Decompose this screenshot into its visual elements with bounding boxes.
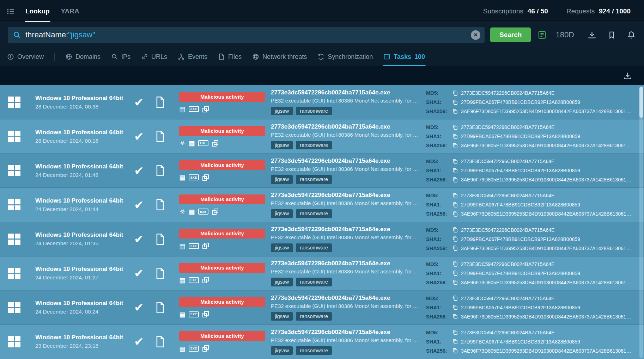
tab-urls[interactable]: URLs — [141, 47, 167, 66]
tab-tasks[interactable]: Tasks 100 — [383, 47, 425, 66]
copy-icon — [212, 140, 218, 147]
copy-icon[interactable] — [452, 270, 458, 276]
task-row[interactable]: Windows 10 Professional 64bit 24 Decembe… — [0, 291, 644, 325]
task-row[interactable]: Windows 10 Professional 64bit 24 Decembe… — [0, 256, 644, 291]
copy-icon[interactable] — [452, 134, 458, 140]
tag[interactable]: ransomware — [296, 175, 332, 184]
tab-files[interactable]: Files — [218, 47, 242, 66]
tab-yara[interactable]: YARA — [60, 0, 80, 22]
tag[interactable]: ransomware — [296, 107, 332, 116]
task-row[interactable]: Windows 10 Professional 64bit 23 Decembe… — [0, 325, 644, 359]
scrollbar-thumb[interactable] — [639, 87, 643, 118]
file-name[interactable]: 2773e3dc59472296cb0024ba7715a64e.exe — [271, 123, 419, 130]
tag[interactable]: jigsaw — [271, 141, 293, 150]
tag[interactable]: jigsaw — [271, 209, 293, 218]
copy-icon[interactable] — [452, 314, 458, 320]
tag[interactable]: jigsaw — [271, 312, 293, 321]
report-document-icon[interactable] — [155, 130, 179, 142]
copy-icon[interactable] — [452, 168, 458, 174]
report-document-icon[interactable] — [155, 336, 179, 348]
verdict-badge: Malicious activity — [179, 297, 265, 307]
file-name[interactable]: 2773e3dc59472296cb0024ba7715a64e.exe — [271, 157, 419, 165]
task-row[interactable]: Windows 10 Professional 64bit 24 Decembe… — [0, 154, 644, 188]
tag[interactable]: ransomware — [296, 243, 332, 252]
tag[interactable]: ransomware — [296, 209, 332, 218]
tab-domains[interactable]: Domains — [65, 47, 101, 66]
tab-synchronization[interactable]: Synchronization — [317, 47, 373, 66]
md5-value: 2773E3DC59472296CB0024BA7715A64E — [461, 296, 554, 301]
copy-icon[interactable] — [452, 261, 458, 267]
file-name[interactable]: 2773e3dc59472296cb0024ba7715a64e.exe — [271, 89, 419, 96]
report-document-icon[interactable] — [155, 267, 179, 279]
report-document-icon[interactable] — [155, 233, 179, 245]
task-date: 24 December 2024, 00:24 — [35, 309, 134, 315]
copy-icon[interactable] — [452, 236, 458, 242]
tab-lookup[interactable]: Lookup — [25, 0, 50, 22]
copy-icon[interactable] — [452, 202, 458, 208]
search-button[interactable]: Search — [490, 27, 531, 42]
file-name[interactable]: 2773e3dc59472296cb0024ba7715a64e.exe — [271, 329, 419, 336]
file-name[interactable]: 2773e3dc59472296cb0024ba7715a64e.exe — [271, 226, 419, 233]
report-document-icon[interactable] — [155, 302, 179, 314]
report-document-icon[interactable] — [155, 199, 179, 211]
bell-icon[interactable] — [626, 30, 636, 40]
search-input[interactable]: threatName:"jigsaw" × — [8, 27, 485, 43]
sha1-line: SHA1: 27D99FBCA067F478BB91CDBCB92F13A828… — [426, 99, 633, 105]
file-name[interactable]: 2773e3dc59472296cb0024ba7715a64e.exe — [271, 295, 419, 302]
tag[interactable]: ransomware — [296, 346, 332, 355]
sha256-value: 3AE96F73D805E1D3995253DB4D910300D8442EA6… — [461, 246, 631, 251]
file-name[interactable]: 2773e3dc59472296cb0024ba7715a64e.exe — [271, 192, 419, 199]
sha1-line: SHA1: 27D99FBCA067F478BB91CDBCB92F13A828… — [426, 270, 633, 276]
file-name[interactable]: 2773e3dc59472296cb0024ba7715a64e.exe — [271, 260, 419, 267]
download-icon[interactable] — [587, 30, 597, 40]
bookmark-icon[interactable] — [607, 30, 616, 40]
os-name: Windows 10 Professional 64bit — [35, 163, 134, 170]
query-list-icon[interactable] — [536, 29, 548, 41]
copy-icon[interactable] — [452, 159, 458, 165]
copy-icon[interactable] — [452, 124, 458, 130]
copy-icon[interactable] — [452, 227, 458, 233]
copy-icon[interactable] — [452, 339, 458, 345]
copy-icon[interactable] — [452, 245, 458, 251]
menu-icon[interactable] — [6, 7, 15, 16]
tag[interactable]: jigsaw — [271, 107, 293, 116]
copy-icon[interactable] — [452, 193, 458, 199]
copy-icon[interactable] — [452, 177, 458, 183]
copy-icon[interactable] — [452, 99, 458, 105]
tag[interactable]: ransomware — [296, 278, 332, 286]
tag[interactable]: jigsaw — [271, 175, 293, 184]
copy-icon[interactable] — [452, 279, 458, 285]
copy-icon[interactable] — [452, 295, 458, 301]
md5-label: MD5: — [426, 124, 449, 130]
tab-events[interactable]: Events — [178, 47, 207, 66]
copy-icon[interactable] — [452, 348, 458, 354]
tag[interactable]: ransomware — [296, 141, 332, 150]
scrollbar-track[interactable] — [639, 86, 643, 358]
period-selector[interactable]: 180D — [555, 30, 574, 39]
tab-ips[interactable]: IPs — [111, 47, 130, 66]
report-document-icon[interactable] — [155, 96, 179, 108]
clear-search-button[interactable]: × — [471, 30, 480, 40]
task-row[interactable]: Windows 10 Professional 64bit 28 Decembe… — [0, 119, 644, 154]
task-row[interactable]: Windows 10 Professional 64bit 24 Decembe… — [0, 222, 644, 256]
requests-counter: Requests 924 / 1000 — [566, 7, 631, 15]
copy-icon[interactable] — [452, 90, 458, 96]
tag[interactable]: jigsaw — [271, 278, 293, 286]
export-results-icon[interactable] — [622, 71, 633, 81]
tab-network-threats[interactable]: Network threats — [252, 47, 307, 66]
copy-icon[interactable] — [452, 211, 458, 217]
hashes-column: MD5: 2773E3DC59472296CB0024BA7715A64E SH… — [426, 159, 633, 183]
sync-icon — [317, 53, 324, 60]
verdict-column: Malicious activity ▦EXE — [179, 331, 271, 352]
tab-overview[interactable]: Overview — [7, 47, 44, 66]
tag[interactable]: jigsaw — [271, 243, 293, 252]
copy-icon[interactable] — [452, 329, 458, 335]
task-row[interactable]: Windows 10 Professional 64bit 28 Decembe… — [0, 85, 644, 119]
copy-icon[interactable] — [452, 304, 458, 310]
report-document-icon[interactable] — [155, 165, 179, 177]
tag[interactable]: jigsaw — [271, 346, 293, 355]
task-row[interactable]: Windows 10 Professional 64bit 24 Decembe… — [0, 188, 644, 222]
tag[interactable]: ransomware — [296, 312, 332, 321]
copy-icon[interactable] — [452, 143, 458, 149]
copy-icon[interactable] — [452, 109, 458, 114]
